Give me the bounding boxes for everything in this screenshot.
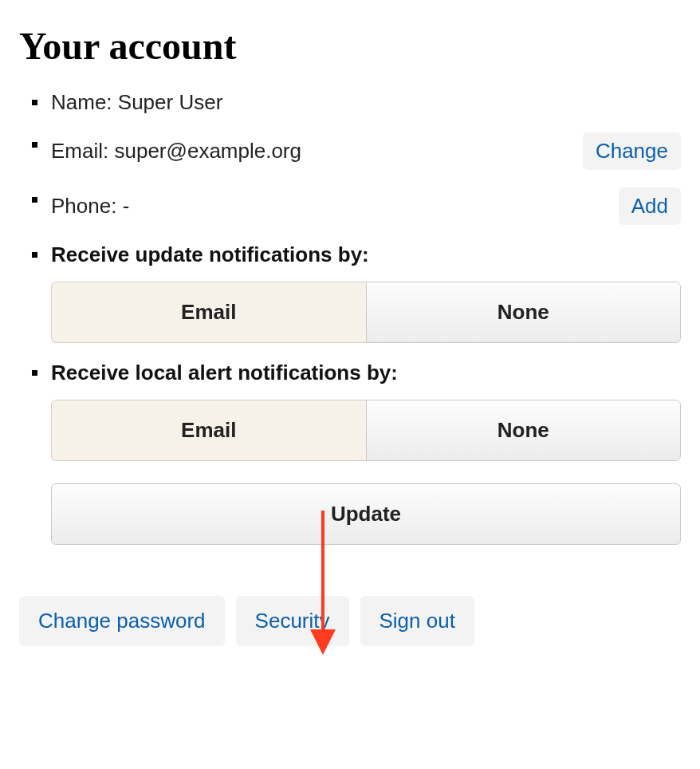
update-notification-none-option[interactable]: None xyxy=(366,282,682,343)
bottom-links: Change password Security Sign out xyxy=(19,596,681,646)
name-row: Name: Super User xyxy=(51,90,681,115)
update-notification-toggle: Email None xyxy=(51,282,681,343)
update-notification-row: Receive update notifications by: Email N… xyxy=(51,243,681,343)
alert-notification-header: Receive local alert notifications by: xyxy=(51,361,681,385)
update-button[interactable]: Update xyxy=(51,483,681,545)
alert-notification-email-option[interactable]: Email xyxy=(51,400,366,461)
sign-out-link[interactable]: Sign out xyxy=(360,596,474,646)
update-notification-header: Receive update notifications by: xyxy=(51,243,681,267)
alert-notification-toggle: Email None xyxy=(51,400,681,461)
page-title: Your account xyxy=(19,24,681,68)
alert-notification-none-option[interactable]: None xyxy=(366,400,682,461)
alert-notification-row: Receive local alert notifications by: Em… xyxy=(51,361,681,545)
account-info-list: Name: Super User Email: super@example.or… xyxy=(19,90,681,545)
email-value: super@example.org xyxy=(114,139,301,163)
email-row: Email: super@example.org Change xyxy=(51,132,681,170)
security-link[interactable]: Security xyxy=(236,596,349,646)
phone-row: Phone: - Add xyxy=(51,187,681,225)
change-password-link[interactable]: Change password xyxy=(19,596,225,646)
name-value: Super User xyxy=(118,90,223,114)
update-notification-email-option[interactable]: Email xyxy=(51,282,366,343)
email-label: Email: xyxy=(51,139,108,163)
change-email-link[interactable]: Change xyxy=(583,132,681,170)
phone-value: - xyxy=(123,194,130,218)
add-phone-link[interactable]: Add xyxy=(619,187,681,225)
phone-label: Phone: xyxy=(51,194,116,218)
name-label: Name: xyxy=(51,90,112,114)
